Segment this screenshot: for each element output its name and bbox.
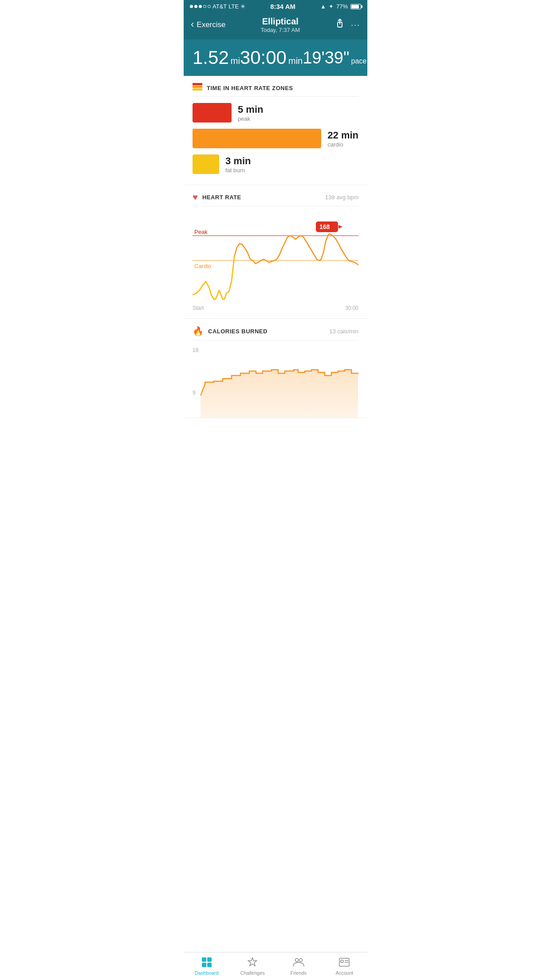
hr-header: ♥ HEART RATE 139 avg bpm [193, 192, 358, 206]
chart-end-label: 30:00 [345, 305, 358, 311]
svg-rect-4 [193, 88, 202, 91]
pace-value: 19'39"pace [303, 49, 366, 66]
cal-chart [193, 347, 358, 418]
distance-stat: 1.52mi [193, 48, 240, 67]
zones-title: TIME IN HEART RATE ZONES [207, 85, 293, 91]
battery-icon [350, 4, 361, 9]
more-button[interactable]: ··· [351, 20, 360, 30]
share-button[interactable] [335, 19, 345, 31]
bluetooth-icon: ✦ [329, 3, 334, 10]
svg-marker-10 [338, 225, 342, 229]
fatburn-zone-info: 3 min fat burn [225, 155, 251, 174]
duration-value: 30:00min [240, 48, 303, 67]
hr-chart-labels: Start 30:00 [193, 305, 358, 311]
status-left: AT&T LTE ✳ [190, 3, 245, 10]
peak-zone-info: 5 min peak [238, 104, 263, 122]
signal-dots [190, 5, 211, 8]
battery-fill [351, 5, 359, 8]
nav-bar: ‹ Exercise Elliptical Today, 7:37 AM ··· [184, 12, 367, 40]
back-button[interactable]: ‹ Exercise [191, 20, 226, 29]
heart-rate-section: ♥ HEART RATE 139 avg bpm Peak Cardio [184, 185, 367, 319]
heart-icon: ♥ [193, 192, 198, 202]
cal-title-row: 🔥 CALORIES BURNED [193, 326, 268, 336]
chart-start-label: Start [193, 305, 204, 311]
fatburn-swatch [193, 154, 219, 174]
cal-chart-wrapper: 18 9 [193, 347, 358, 418]
hr-title: HEART RATE [202, 194, 241, 201]
svg-text:Cardio: Cardio [194, 263, 211, 269]
flame-icon: 🔥 [193, 326, 204, 336]
workout-subtitle: Today, 7:37 AM [260, 27, 300, 33]
svg-rect-3 [193, 83, 202, 85]
svg-marker-12 [201, 370, 358, 418]
dot5 [208, 5, 211, 8]
back-arrow-icon: ‹ [191, 20, 194, 29]
zones-header: TIME IN HEART RATE ZONES [193, 83, 358, 97]
zones-container: 5 min peak 22 min cardio 3 min fat burn [193, 103, 358, 178]
pace-unit: pace [351, 57, 366, 65]
cardio-time: 22 min [327, 130, 358, 141]
dot1 [190, 5, 193, 8]
hr-chart: Peak Cardio 168 [193, 213, 358, 301]
fatburn-zone-row: 3 min fat burn [193, 154, 358, 174]
fatburn-name: fat burn [225, 167, 251, 174]
cal-rate: 13 cals/min [329, 328, 358, 335]
battery-pct: 77% [336, 3, 348, 10]
svg-text:Peak: Peak [194, 229, 208, 235]
calories-section: 🔥 CALORIES BURNED 13 cals/min 18 9 [184, 319, 367, 418]
zones-icon [193, 83, 202, 93]
back-label: Exercise [197, 20, 225, 29]
nav-title-block: Elliptical Today, 7:37 AM [260, 16, 300, 33]
status-right: ▲ ✦ 77% [320, 3, 361, 10]
carrier-label: AT&T [213, 3, 227, 10]
duration-unit: min [288, 56, 303, 66]
fatburn-time: 3 min [225, 155, 251, 167]
peak-time: 5 min [238, 104, 263, 115]
peak-swatch [193, 103, 232, 122]
location-icon: ▲ [320, 3, 326, 10]
network-label: LTE [228, 3, 239, 10]
cal-header: 🔥 CALORIES BURNED 13 cals/min [193, 326, 358, 340]
svg-text:168: 168 [319, 223, 330, 230]
peak-name: peak [238, 115, 263, 122]
peak-zone-row: 5 min peak [193, 103, 358, 122]
heart-rate-zones-section: TIME IN HEART RATE ZONES 5 min peak 22 m… [184, 76, 367, 185]
duration-stat: 30:00min [240, 48, 303, 67]
dot3 [199, 5, 202, 8]
status-time: 8:34 AM [270, 3, 295, 10]
pace-stat: 19'39"pace [303, 49, 366, 66]
hr-avg: 139 avg bpm [325, 194, 358, 201]
dot2 [194, 5, 197, 8]
cal-title: CALORIES BURNED [208, 328, 268, 335]
svg-rect-2 [193, 86, 202, 88]
cardio-name: cardio [327, 141, 358, 148]
hr-title-row: ♥ HEART RATE [193, 192, 241, 202]
cardio-bar [193, 129, 321, 148]
dot4 [203, 5, 206, 8]
cardio-zone-info: 22 min cardio [327, 130, 358, 148]
zones-title-row: TIME IN HEART RATE ZONES [193, 83, 293, 93]
sync-icon: ✳ [240, 3, 245, 10]
status-bar: AT&T LTE ✳ 8:34 AM ▲ ✦ 77% [184, 0, 367, 12]
stats-bar: 1.52mi 30:00min 19'39"pace [184, 40, 367, 76]
cardio-zone-row: 22 min cardio [193, 129, 358, 148]
distance-value: 1.52mi [193, 48, 240, 67]
workout-title: Elliptical [260, 16, 300, 27]
nav-actions: ··· [335, 19, 360, 31]
distance-unit: mi [231, 56, 240, 66]
